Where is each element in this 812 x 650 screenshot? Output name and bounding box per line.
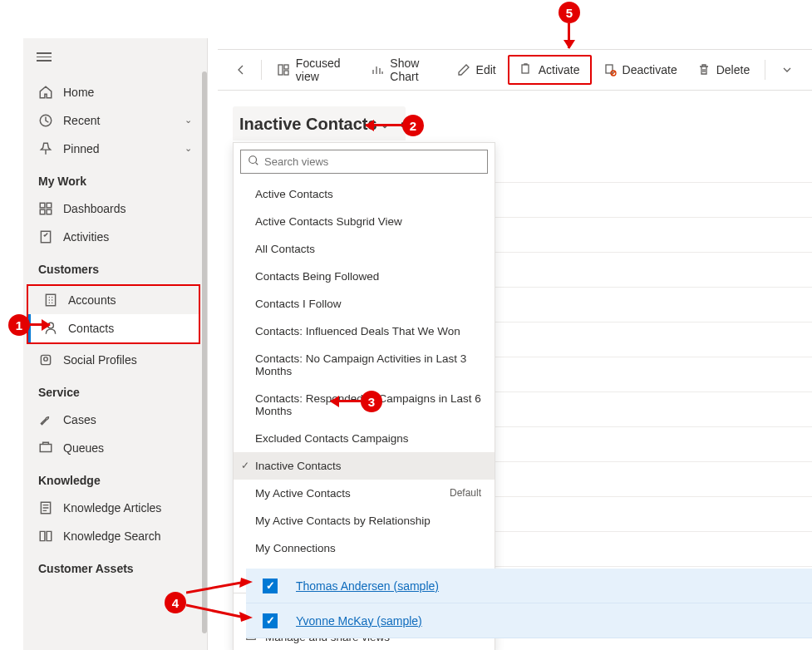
article-icon bbox=[38, 500, 53, 515]
cmd-label: Edit bbox=[476, 63, 496, 76]
svg-rect-10 bbox=[40, 444, 52, 451]
clipboard-icon bbox=[38, 229, 53, 244]
section-my-work: My Work bbox=[23, 163, 207, 195]
nav-label: Queues bbox=[63, 441, 192, 455]
delete-button[interactable]: Delete bbox=[689, 58, 758, 81]
cmd-label: Focused view bbox=[296, 57, 352, 83]
nav-label: Dashboards bbox=[63, 202, 192, 215]
nav-accounts[interactable]: Accounts bbox=[28, 286, 199, 314]
view-title-text: Inactive Contacts bbox=[239, 115, 377, 134]
section-service: Service bbox=[23, 374, 207, 406]
nav-knowledge-search[interactable]: Knowledge Search bbox=[23, 522, 207, 550]
search-views-input[interactable] bbox=[264, 155, 480, 168]
contact-link[interactable]: Thomas Andersen (sample) bbox=[296, 579, 439, 593]
building-icon bbox=[43, 293, 58, 308]
main-content: Inactive Contacts ⌄ ↖ Active Contacts Ac… bbox=[233, 106, 812, 650]
svg-line-22 bbox=[186, 583, 241, 593]
nav-pinned[interactable]: Pinned ⌄ bbox=[23, 135, 207, 163]
svg-rect-13 bbox=[284, 65, 288, 69]
svg-rect-1 bbox=[40, 203, 45, 208]
nav-label: Home bbox=[63, 86, 192, 99]
nav-dashboards[interactable]: Dashboards bbox=[23, 195, 207, 223]
nav-label: Recent bbox=[63, 114, 175, 127]
callout-5: 5 bbox=[559, 2, 580, 23]
nav-label: Contacts bbox=[68, 322, 184, 335]
hamburger-menu[interactable] bbox=[23, 38, 207, 78]
deactivate-icon bbox=[603, 63, 617, 76]
nav-knowledge-articles[interactable]: Knowledge Articles bbox=[23, 494, 207, 522]
table-row[interactable]: Yvonne McKay (sample) bbox=[246, 603, 812, 638]
nav-contacts[interactable]: Contacts bbox=[28, 314, 199, 342]
focused-view-button[interactable]: Focused view bbox=[268, 52, 360, 88]
row-checkbox[interactable] bbox=[263, 579, 278, 593]
sidebar-scrollbar[interactable] bbox=[202, 71, 207, 633]
back-button[interactable] bbox=[228, 58, 254, 81]
callout-3: 3 bbox=[361, 391, 382, 412]
nav-queues[interactable]: Queues bbox=[23, 434, 207, 462]
nav-label: Cases bbox=[63, 413, 192, 426]
nav-home[interactable]: Home bbox=[23, 78, 207, 106]
svg-rect-12 bbox=[278, 65, 283, 75]
arrow-4a bbox=[186, 578, 253, 594]
view-option[interactable]: My Active Contacts by Relationship bbox=[234, 507, 495, 534]
svg-point-9 bbox=[44, 357, 48, 361]
view-option[interactable]: Excluded Contacts Campaigns bbox=[234, 425, 495, 452]
view-option[interactable]: All Contacts bbox=[234, 235, 495, 263]
svg-rect-2 bbox=[47, 203, 52, 208]
svg-point-18 bbox=[249, 156, 257, 164]
show-chart-button[interactable]: Show Chart bbox=[362, 52, 445, 88]
home-icon bbox=[38, 85, 53, 100]
nav-label: Pinned bbox=[63, 142, 175, 155]
callout-2: 2 bbox=[402, 115, 424, 136]
view-option[interactable]: Contacts: Influenced Deals That We Won bbox=[234, 318, 495, 345]
deactivate-button[interactable]: Deactivate bbox=[595, 58, 686, 81]
table-row[interactable]: Thomas Andersen (sample) bbox=[246, 569, 812, 603]
svg-rect-4 bbox=[47, 209, 52, 214]
pencil-icon bbox=[457, 63, 470, 76]
cmd-label: Show Chart bbox=[390, 57, 436, 83]
svg-marker-23 bbox=[239, 578, 253, 588]
view-option[interactable]: Contacts: No Campaign Activities in Last… bbox=[234, 345, 495, 385]
callout-box-customers: Accounts Contacts bbox=[27, 284, 200, 344]
hamburger-icon bbox=[37, 50, 52, 64]
separator bbox=[261, 60, 262, 80]
view-option-selected[interactable]: Inactive Contacts bbox=[234, 452, 495, 480]
chevron-down-icon: ⌄ bbox=[185, 115, 192, 126]
view-option[interactable]: My Connections bbox=[234, 534, 495, 562]
nav-label: Accounts bbox=[68, 293, 184, 307]
nav-label: Knowledge Search bbox=[63, 529, 192, 543]
row-checkbox[interactable] bbox=[263, 613, 278, 628]
arrow-3 bbox=[331, 400, 361, 402]
view-option[interactable]: Active Contacts Subgrid View bbox=[234, 208, 495, 235]
chevron-down-icon: ⌄ bbox=[185, 143, 192, 154]
separator bbox=[765, 60, 765, 80]
nav-cases[interactable]: Cases bbox=[23, 406, 207, 434]
nav-social-profiles[interactable]: Social Profiles bbox=[23, 346, 207, 374]
arrow-2 bbox=[366, 124, 402, 126]
view-option[interactable]: Active Contacts bbox=[234, 180, 495, 208]
clock-icon bbox=[38, 113, 53, 128]
command-bar: Focused view Show Chart Edit Activate De… bbox=[218, 49, 812, 91]
trash-icon bbox=[697, 63, 711, 76]
svg-rect-14 bbox=[284, 71, 288, 75]
focused-view-icon bbox=[277, 63, 290, 76]
arrow-1 bbox=[30, 323, 50, 326]
activate-button[interactable]: Activate bbox=[508, 55, 592, 85]
nav-activities[interactable]: Activities bbox=[23, 223, 207, 251]
queue-icon bbox=[38, 441, 53, 455]
nav-label: Knowledge Articles bbox=[63, 501, 192, 515]
search-views-box[interactable] bbox=[240, 150, 488, 174]
edit-button[interactable]: Edit bbox=[449, 58, 504, 81]
svg-rect-3 bbox=[40, 209, 45, 214]
callout-4: 4 bbox=[165, 592, 186, 613]
more-commands[interactable] bbox=[772, 58, 802, 81]
svg-marker-25 bbox=[239, 612, 253, 622]
nav-label: Social Profiles bbox=[63, 353, 192, 367]
contact-rows: Thomas Andersen (sample) Yvonne McKay (s… bbox=[246, 569, 812, 638]
view-option[interactable]: Contacts I Follow bbox=[234, 290, 495, 318]
section-customer-assets: Customer Assets bbox=[23, 550, 207, 582]
contact-link[interactable]: Yvonne McKay (sample) bbox=[296, 614, 422, 628]
nav-recent[interactable]: Recent ⌄ bbox=[23, 106, 207, 135]
view-option[interactable]: My Active ContactsDefault bbox=[234, 480, 495, 507]
view-option[interactable]: Contacts Being Followed bbox=[234, 263, 495, 290]
